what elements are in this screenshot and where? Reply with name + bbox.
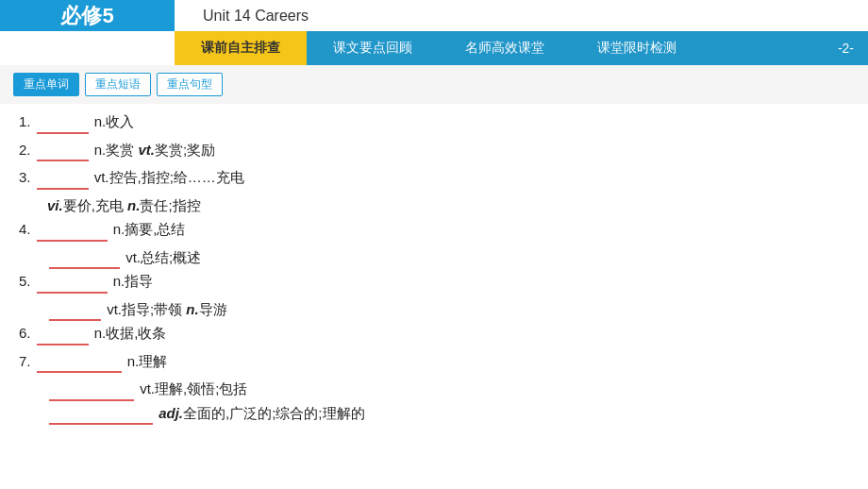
blank-7 xyxy=(37,371,122,373)
tag-key-words[interactable]: 重点单词 xyxy=(13,73,79,96)
list-item: 3. vt.控告,指控;给……充电 xyxy=(19,165,849,190)
logo: 必修5 xyxy=(0,0,175,31)
nav-tabs-bar: 课前自主排查 课文要点回顾 名师高效课堂 课堂限时检测 -2- xyxy=(175,31,868,65)
blank-4 xyxy=(37,240,108,242)
list-item: 6. n.收据,收条 xyxy=(19,321,849,346)
content-area: 1. n.收入 2. n.奖赏 vt.奖赏;奖励 3. vt.控告,指控;给……… xyxy=(0,104,868,489)
unit-title: Unit 14 Careers xyxy=(175,8,309,25)
blank-3 xyxy=(37,188,89,190)
tab-master-class[interactable]: 名师高效课堂 xyxy=(439,31,571,65)
tag-bar: 重点单词 重点短语 重点句型 xyxy=(0,65,868,104)
list-item: 4. n.摘要,总结 xyxy=(19,217,849,242)
sub-item: adj.全面的,广泛的;综合的;理解的 xyxy=(47,401,849,426)
list-item: 1. n.收入 xyxy=(19,110,849,134)
sub-item: vt.总结;概述 xyxy=(47,245,849,270)
blank-1 xyxy=(37,132,89,134)
blank-6 xyxy=(37,344,89,346)
list-item: 2. n.奖赏 vt.奖赏;奖励 xyxy=(19,138,849,162)
list-item: 7. n.理解 xyxy=(19,349,849,374)
tag-key-sentences[interactable]: 重点句型 xyxy=(157,73,223,96)
blank-7c xyxy=(49,423,153,425)
sub-item: vi.要价,充电 n.责任;指控 xyxy=(47,194,849,218)
tab-test[interactable]: 课堂限时检测 xyxy=(571,31,703,65)
blank-2 xyxy=(37,160,89,161)
tab-self-check[interactable]: 课前自主排查 xyxy=(175,31,307,65)
blank-5 xyxy=(37,292,108,294)
tab-review[interactable]: 课文要点回顾 xyxy=(307,31,439,65)
sub-item: vt.理解,领悟;包括 xyxy=(47,377,849,401)
tag-key-phrases[interactable]: 重点短语 xyxy=(85,73,151,96)
page-number: -2- xyxy=(838,31,868,65)
list-item: 5. n.指导 xyxy=(19,269,849,294)
sub-item: vt.指导;带领 n.导游 xyxy=(47,297,849,322)
